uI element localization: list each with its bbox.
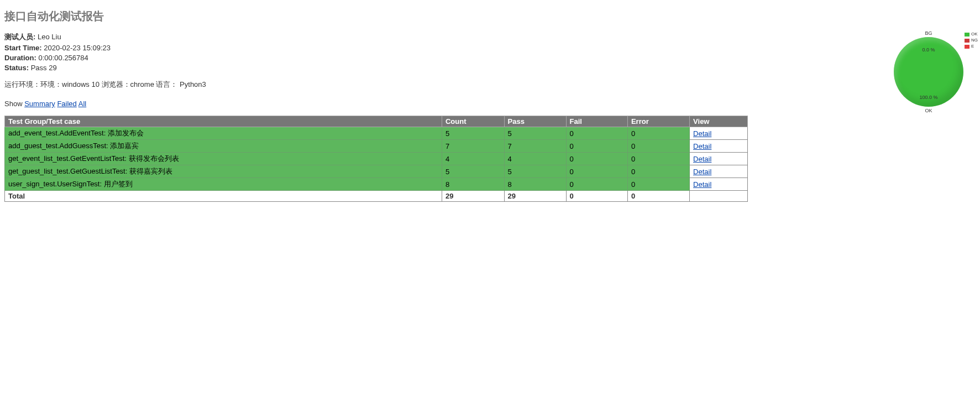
filter-bar: Show Summary Failed All (4, 100, 871, 108)
filter-all-link[interactable]: All (78, 100, 86, 108)
cell-error: 0 (627, 165, 689, 178)
env-line: 运行环境：环境：windows 10 浏览器：chrome 语言： Python… (4, 80, 871, 90)
cell-name: get_event_list_test.GetEventListTest: 获得… (5, 153, 442, 165)
cell-fail: 0 (566, 127, 627, 140)
th-pass: Pass (504, 116, 566, 127)
pie-axis-top: BG (882, 30, 976, 36)
cell-view: Detail (690, 165, 748, 178)
total-fail: 0 (566, 191, 627, 202)
pie-chart: OK NG E BG 0.0 % 100.0 % OK (882, 30, 976, 113)
detail-link[interactable]: Detail (693, 168, 711, 176)
cell-error: 0 (627, 153, 689, 165)
pie-legend: OK NG E (965, 32, 978, 50)
cell-view: Detail (690, 140, 748, 153)
table-row: get_guest_list_test.GetGuestListTest: 获得… (5, 165, 748, 178)
legend-swatch-ng (965, 39, 969, 43)
cell-pass: 7 (504, 140, 566, 153)
meta-start-value: 2020-02-23 15:09:23 (44, 44, 111, 52)
total-label: Total (5, 191, 442, 202)
cell-count: 4 (442, 153, 504, 165)
page-title: 接口自动化测试报告 (4, 9, 976, 24)
pie-inside-top: 0.0 % (894, 47, 963, 53)
cell-count: 5 (442, 127, 504, 140)
pie-axis-bottom: OK (882, 108, 976, 113)
table-total-row: Total 29 29 0 0 (5, 191, 748, 202)
legend-label-ng: NG (971, 38, 978, 43)
cell-fail: 0 (566, 165, 627, 178)
cell-count: 5 (442, 165, 504, 178)
pie-inside-bottom: 100.0 % (894, 95, 963, 100)
show-label: Show (4, 100, 23, 108)
detail-link[interactable]: Detail (693, 142, 711, 150)
table-row: get_event_list_test.GetEventListTest: 获得… (5, 153, 748, 165)
results-table: Test Group/Test case Count Pass Fail Err… (4, 116, 748, 202)
detail-link[interactable]: Detail (693, 155, 711, 163)
legend-label-ok: OK (971, 32, 978, 37)
cell-view: Detail (690, 127, 748, 140)
detail-link[interactable]: Detail (693, 129, 711, 138)
meta-status-label: Status: (4, 64, 29, 72)
legend-swatch-ok (965, 33, 969, 36)
filter-summary-link[interactable]: Summary (24, 100, 55, 108)
cell-name: add_guest_test.AddGuessTest: 添加嘉宾 (5, 140, 442, 153)
table-row: add_event_test.AddEventTest: 添加发布会5500De… (5, 127, 748, 140)
meta-tester-value: Leo Liu (38, 33, 61, 41)
cell-fail: 0 (566, 140, 627, 153)
th-fail: Fail (566, 116, 627, 127)
cell-name: user_sign_test.UserSignTest: 用户签到 (5, 178, 442, 191)
meta-status-value: Pass 29 (31, 64, 57, 72)
cell-count: 7 (442, 140, 504, 153)
meta-start: Start Time: 2020-02-23 15:09:23 (4, 44, 871, 52)
meta-duration-label: Duration: (4, 54, 36, 62)
table-row: user_sign_test.UserSignTest: 用户签到8800Det… (5, 178, 748, 191)
table-header-row: Test Group/Test case Count Pass Fail Err… (5, 116, 748, 127)
legend-label-e: E (971, 44, 974, 49)
filter-failed-link[interactable]: Failed (57, 100, 76, 108)
cell-name: get_guest_list_test.GetGuestListTest: 获得… (5, 165, 442, 178)
th-name: Test Group/Test case (5, 116, 442, 127)
cell-pass: 5 (504, 127, 566, 140)
th-count: Count (442, 116, 504, 127)
total-count: 29 (442, 191, 504, 202)
cell-error: 0 (627, 140, 689, 153)
total-empty (690, 191, 748, 202)
legend-swatch-e (965, 45, 969, 49)
cell-error: 0 (627, 127, 689, 140)
cell-pass: 8 (504, 178, 566, 191)
cell-count: 8 (442, 178, 504, 191)
detail-link[interactable]: Detail (693, 180, 711, 189)
th-error: Error (627, 116, 689, 127)
cell-pass: 4 (504, 153, 566, 165)
th-view: View (690, 116, 748, 127)
meta-start-label: Start Time: (4, 44, 42, 52)
cell-error: 0 (627, 178, 689, 191)
cell-fail: 0 (566, 178, 627, 191)
meta-tester: 测试人员: Leo Liu (4, 32, 871, 42)
total-error: 0 (627, 191, 689, 202)
cell-name: add_event_test.AddEventTest: 添加发布会 (5, 127, 442, 140)
cell-view: Detail (690, 153, 748, 165)
table-row: add_guest_test.AddGuessTest: 添加嘉宾7700Det… (5, 140, 748, 153)
meta-status: Status: Pass 29 (4, 64, 871, 72)
total-pass: 29 (504, 191, 566, 202)
cell-view: Detail (690, 178, 748, 191)
meta-tester-label: 测试人员: (4, 33, 35, 41)
meta-duration-value: 0:00:00.256784 (38, 54, 88, 62)
meta-duration: Duration: 0:00:00.256784 (4, 54, 871, 62)
cell-pass: 5 (504, 165, 566, 178)
cell-fail: 0 (566, 153, 627, 165)
